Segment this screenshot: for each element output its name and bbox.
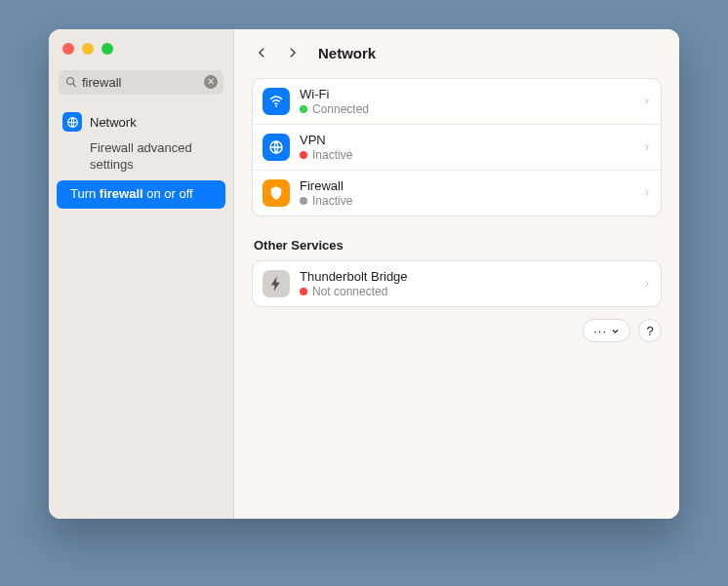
sidebar-category-label: Network — [90, 115, 137, 130]
service-status: Not connected — [300, 285, 643, 298]
sidebar-category-network[interactable]: Network — [57, 106, 225, 137]
main-content: Network Wi-Fi Connected — [234, 29, 679, 519]
shield-icon — [263, 179, 290, 207]
search-result-advanced[interactable]: Firewall advanced settings — [57, 137, 225, 176]
other-services-list: Thunderbolt Bridge Not connected — [252, 260, 662, 307]
search-input[interactable] — [59, 70, 223, 95]
settings-window: ✕ Network Firewall advanced settings Tur… — [49, 29, 679, 519]
service-status: Inactive — [300, 148, 643, 162]
footer-controls: ··· ? — [252, 319, 662, 342]
service-name: Thunderbolt Bridge — [300, 269, 643, 284]
more-menu-button[interactable]: ··· — [583, 319, 630, 342]
forward-button[interactable] — [282, 43, 303, 62]
service-name: VPN — [300, 133, 643, 147]
page-title: Network — [318, 45, 376, 61]
status-label: Inactive — [312, 194, 352, 208]
bolt-icon — [263, 270, 290, 297]
status-label: Connected — [312, 102, 369, 116]
service-text: Firewall Inactive — [300, 178, 643, 208]
chevron-right-icon — [643, 187, 651, 199]
service-name: Firewall — [300, 178, 643, 193]
service-row-firewall[interactable]: Firewall Inactive — [253, 171, 661, 215]
status-dot-icon — [300, 105, 307, 113]
minimize-icon[interactable] — [82, 43, 94, 55]
search-result-suffix: on or off — [143, 186, 193, 203]
network-icon — [62, 112, 82, 132]
service-name: Wi-Fi — [300, 87, 643, 101]
wifi-icon — [263, 88, 290, 115]
service-status: Inactive — [300, 194, 643, 208]
service-status: Connected — [300, 102, 643, 116]
service-text: VPN Inactive — [300, 133, 643, 162]
search-result-toggle-firewall[interactable]: Turn firewall on or off — [57, 180, 225, 209]
search-result-prefix: Turn — [70, 186, 100, 203]
search-field: ✕ — [59, 70, 223, 95]
status-label: Not connected — [312, 285, 387, 298]
services-list: Wi-Fi Connected VPN — [252, 78, 662, 216]
help-button[interactable]: ? — [638, 319, 662, 342]
search-result-label: Firewall advanced settings — [90, 140, 192, 172]
globe-icon — [263, 134, 290, 161]
svg-point-3 — [275, 105, 277, 107]
title-bar: Network — [252, 29, 662, 78]
clear-search-icon[interactable]: ✕ — [204, 75, 218, 89]
other-services-label: Other Services — [252, 228, 662, 260]
chevron-down-icon — [611, 327, 620, 335]
back-button[interactable] — [252, 43, 272, 62]
ellipsis-icon: ··· — [593, 324, 607, 338]
chevron-right-icon — [643, 96, 651, 107]
close-icon[interactable] — [62, 43, 74, 55]
search-result-match: firewall — [100, 186, 143, 203]
status-label: Inactive — [312, 148, 352, 162]
search-results: Network Firewall advanced settings Turn … — [49, 106, 233, 209]
window-controls — [49, 29, 233, 64]
svg-line-1 — [73, 84, 76, 87]
service-row-wifi[interactable]: Wi-Fi Connected — [253, 79, 661, 125]
search-icon — [64, 75, 78, 89]
service-text: Wi-Fi Connected — [300, 87, 643, 116]
service-row-vpn[interactable]: VPN Inactive — [253, 125, 661, 171]
sidebar: ✕ Network Firewall advanced settings Tur… — [49, 29, 234, 519]
status-dot-icon — [300, 288, 307, 295]
chevron-right-icon — [643, 141, 651, 153]
svg-point-0 — [67, 78, 74, 85]
help-icon: ? — [646, 324, 653, 338]
status-dot-icon — [300, 151, 307, 159]
status-dot-icon — [300, 197, 307, 205]
service-row-thunderbolt[interactable]: Thunderbolt Bridge Not connected — [253, 261, 661, 306]
zoom-icon[interactable] — [101, 43, 113, 55]
service-text: Thunderbolt Bridge Not connected — [300, 269, 643, 298]
chevron-right-icon — [643, 278, 651, 290]
